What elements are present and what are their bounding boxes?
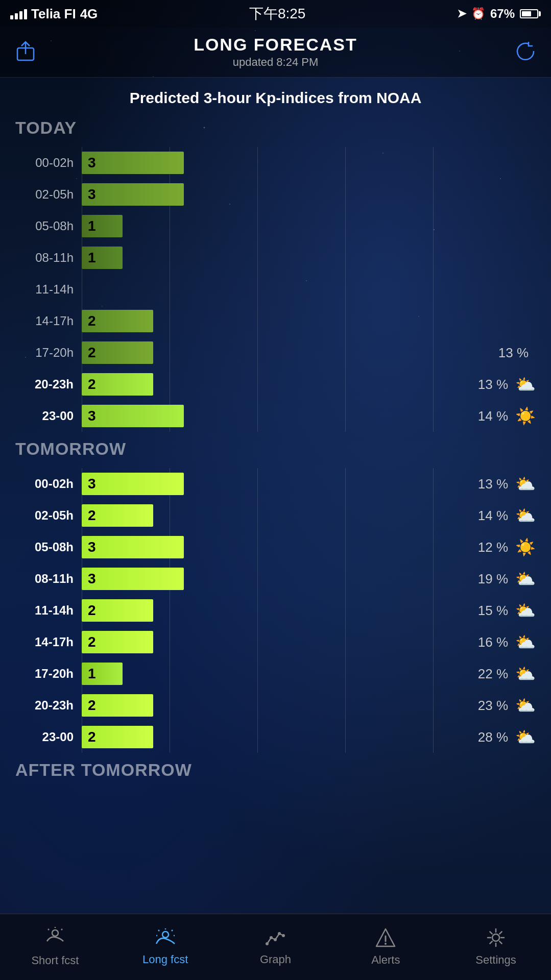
svg-line-4 (48, 929, 49, 930)
kp-value-2023: 2 (88, 376, 96, 393)
tomorrow-row-1720: 17-20h 1 22 % ⛅ (15, 658, 536, 690)
settings-icon (486, 928, 506, 949)
alerts-label: Alerts (371, 953, 400, 967)
signal-bar-4 (24, 9, 27, 19)
graph-icon (265, 928, 285, 949)
t2-kp-value-1417: 2 (88, 634, 96, 650)
time-0811: 08-11h (15, 251, 82, 265)
network-label: 4G (80, 6, 98, 22)
right-info-2023: 13 % ⛅ (444, 375, 536, 394)
today-row-1720: 17-20h 2 13 % (15, 337, 536, 369)
kp-value-0508: 1 (88, 218, 96, 234)
time-0002: 00-02h (15, 156, 82, 170)
status-left: Telia FI 4G (10, 6, 98, 22)
update-time: updated 8:24 PM (194, 56, 357, 69)
weather-2300: ☀️ (515, 406, 536, 426)
header-center: LONG FORECAST updated 8:24 PM (194, 35, 357, 69)
signal-bar-3 (19, 11, 22, 19)
kp-value-0002: 3 (88, 155, 96, 171)
battery-percentage: 67% (490, 7, 515, 21)
page-title: LONG FORECAST (194, 35, 357, 55)
short-fcst-icon (45, 927, 65, 950)
kp-bar-2300: 3 (82, 405, 184, 427)
kp-value-0205: 3 (88, 186, 96, 203)
svg-line-3 (61, 929, 62, 930)
svg-line-8 (158, 930, 159, 931)
long-fcst-icon (155, 928, 176, 949)
location-icon: ➤ (457, 7, 466, 20)
kp-bar-0205: 3 (82, 183, 184, 206)
svg-line-7 (172, 930, 173, 931)
today-row-1417: 14-17h 2 (15, 305, 536, 337)
t2-kp-bar-0205: 2 (82, 504, 153, 527)
settings-label: Settings (475, 953, 516, 967)
svg-point-15 (282, 934, 285, 937)
today-row-2023: 20-23h 2 13 % ⛅ (15, 369, 536, 400)
t2-time-0508: 05-08h (15, 540, 82, 554)
share-button[interactable] (10, 37, 41, 67)
bar-area-1114 (82, 277, 444, 302)
t2-kp-value-0205: 2 (88, 507, 96, 524)
today-row-1114: 11-14h (15, 274, 536, 305)
refresh-button[interactable] (510, 37, 541, 67)
signal-bars (10, 8, 27, 19)
today-chart: 00-02h 3 02-05h 3 (15, 147, 536, 432)
time-2023: 20-23h (15, 377, 82, 391)
short-fcst-label: Short fcst (31, 954, 79, 967)
kp-value-2300: 3 (88, 408, 96, 424)
t2-time-1720: 17-20h (15, 667, 82, 681)
tomorrow-row-0811: 08-11h 3 19 % ⛅ (15, 563, 536, 595)
pct-2300: 14 % (472, 408, 508, 424)
nav-settings[interactable]: Settings (441, 928, 551, 967)
svg-point-17 (385, 943, 387, 945)
tomorrow-row-0002: 00-02h 3 13 % ⛅ (15, 468, 536, 500)
today-row-0002: 00-02h 3 (15, 147, 536, 179)
tomorrow-row-2300: 23-00 2 28 % ⛅ (15, 721, 536, 753)
kp-value-1720: 2 (88, 345, 96, 361)
today-row-0205: 02-05h 3 (15, 179, 536, 210)
kp-bar-1720: 2 (82, 341, 153, 364)
svg-point-14 (278, 932, 281, 935)
refresh-icon (514, 40, 537, 64)
bar-area-0205: 3 (82, 182, 444, 207)
kp-bar-0508: 1 (82, 215, 123, 237)
t2-kp-bar-2023: 2 (82, 694, 153, 717)
tomorrow-row-0508: 05-08h 3 12 % ☀️ (15, 531, 536, 563)
t2-kp-value-2023: 2 (88, 697, 96, 714)
battery-icon (520, 9, 541, 18)
status-bar: Telia FI 4G 下午8:25 ➤ ⏰ 67% (0, 0, 551, 28)
kp-bar-1417: 2 (82, 310, 153, 332)
chart-title: Predicted 3-hour Kp-indices from NOAA (15, 88, 536, 108)
bar-area-0508: 1 (82, 214, 444, 238)
today-row-2300: 23-00 3 14 % ☀️ (15, 400, 536, 432)
alarm-icon: ⏰ (471, 7, 485, 20)
kp-value-0811: 1 (88, 250, 96, 266)
tomorrow-row-0205: 02-05h 2 14 % ⛅ (15, 500, 536, 531)
today-row-0508: 05-08h 1 (15, 210, 536, 242)
nav-long-fcst[interactable]: Long fcst (110, 928, 221, 966)
after-tomorrow-section-label: AFTER TOMORROW (15, 760, 536, 780)
nav-alerts[interactable]: Alerts (330, 928, 441, 967)
share-icon (14, 40, 37, 64)
svg-point-11 (266, 942, 269, 945)
app-header: LONG FORECAST updated 8:24 PM (0, 28, 551, 78)
t2-time-1417: 14-17h (15, 635, 82, 649)
time-1720: 17-20h (15, 346, 82, 360)
svg-point-1 (52, 930, 58, 936)
t2-time-0002: 00-02h (15, 477, 82, 491)
tomorrow-row-1114: 11-14h 2 15 % ⛅ (15, 595, 536, 626)
t2-kp-bar-0002: 3 (82, 473, 184, 495)
t2-kp-bar-1417: 2 (82, 631, 153, 653)
t2-kp-value-1720: 1 (88, 666, 96, 682)
svg-point-13 (274, 938, 277, 941)
time-1114: 11-14h (15, 282, 82, 297)
weather-2023: ⛅ (515, 375, 536, 394)
nav-graph[interactable]: Graph (221, 928, 331, 966)
kp-value-1417: 2 (88, 313, 96, 329)
t2-kp-bar-2300: 2 (82, 726, 153, 748)
today-row-0811: 08-11h 1 (15, 242, 536, 274)
time-label: 下午8:25 (249, 4, 306, 23)
today-section-label: TODAY (15, 118, 536, 138)
nav-short-fcst[interactable]: Short fcst (0, 927, 110, 967)
t2-kp-bar-1114: 2 (82, 599, 153, 622)
